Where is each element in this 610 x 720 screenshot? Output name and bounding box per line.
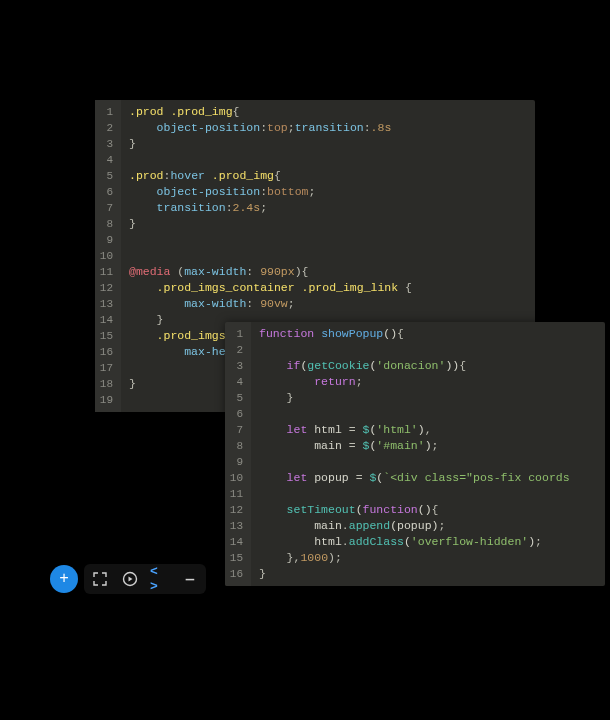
fullscreen-button[interactable] — [90, 569, 110, 589]
play-icon — [122, 571, 138, 587]
plus-icon: + — [59, 570, 69, 588]
js-code[interactable]: function showPopup(){ if(getCookie('dona… — [251, 322, 578, 586]
css-gutter: 12345678910111213141516171819 — [95, 100, 121, 412]
js-gutter: 12345678910111213141516 — [225, 322, 251, 586]
toolbar-group: < > — — [84, 564, 206, 594]
collapse-button[interactable]: — — [180, 569, 200, 589]
add-button[interactable]: + — [50, 565, 78, 593]
floating-toolbar: + < > — — [50, 564, 206, 594]
code-icon: < > — [150, 564, 170, 594]
minus-icon: — — [186, 571, 194, 587]
fullscreen-icon — [93, 572, 107, 586]
play-button[interactable] — [120, 569, 140, 589]
code-button[interactable]: < > — [150, 569, 170, 589]
js-editor-panel: 12345678910111213141516 function showPop… — [225, 322, 605, 586]
